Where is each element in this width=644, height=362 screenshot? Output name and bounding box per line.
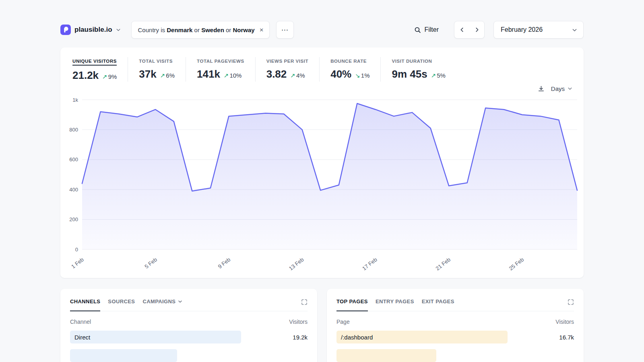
channels-tabs: CHANNELS SOURCES CAMPAIGNS bbox=[70, 298, 308, 311]
interval-label: Days bbox=[551, 85, 565, 92]
visitors-panel: UNIQUE VISITORS 21.2k ↗9% TOTAL VISITS 3… bbox=[60, 47, 584, 278]
svg-text:0: 0 bbox=[75, 247, 78, 253]
column-header-visitors: Visitors bbox=[289, 319, 308, 325]
prev-period-button[interactable] bbox=[454, 21, 469, 38]
metric-change: ↗4% bbox=[290, 72, 305, 79]
trend-up-icon: ↗ bbox=[102, 73, 107, 80]
chevron-down-icon bbox=[178, 299, 182, 304]
metric-value: 37k bbox=[139, 68, 156, 80]
metric-label: UNIQUE VISITORS bbox=[72, 59, 117, 66]
column-header-page: Page bbox=[336, 319, 350, 325]
row-bar bbox=[70, 349, 177, 362]
metric-unique-visitors[interactable]: UNIQUE VISITORS 21.2k ↗9% bbox=[72, 57, 128, 82]
pages-card: TOP PAGES ENTRY PAGES EXIT PAGES Page Vi… bbox=[327, 289, 584, 362]
svg-text:13 Feb: 13 Feb bbox=[288, 257, 305, 272]
fullscreen-icon bbox=[568, 299, 574, 305]
chevron-down-icon bbox=[568, 86, 572, 91]
filter-text: Country is bbox=[138, 27, 167, 33]
next-period-button[interactable] bbox=[469, 21, 484, 38]
svg-text:200: 200 bbox=[69, 216, 78, 222]
tab-top-pages[interactable]: TOP PAGES bbox=[336, 298, 368, 311]
metric-change: ↗6% bbox=[160, 72, 175, 79]
row-value: 16.7k bbox=[559, 334, 574, 341]
metric-views-per-visit[interactable]: VIEWS PER VISIT 3.82 ↗4% bbox=[255, 57, 319, 82]
metric-visit-duration[interactable]: VISIT DURATION 9m 45s ↗5% bbox=[380, 57, 456, 82]
filter-country-2: Sweden bbox=[201, 27, 224, 33]
visitors-chart: 02004006008001k1 Feb5 Feb9 Feb13 Feb17 F… bbox=[60, 94, 584, 276]
filter-country-3: Norway bbox=[233, 27, 255, 33]
table-row-partial[interactable] bbox=[336, 349, 574, 362]
channels-rows: Direct 19.2k bbox=[70, 331, 308, 362]
date-range-label: February 2026 bbox=[501, 26, 543, 33]
table-row[interactable]: /:dashboard 16.7k bbox=[336, 331, 574, 343]
row-bar bbox=[70, 331, 241, 343]
metric-bounce-rate[interactable]: BOUNCE RATE 40% ↘1% bbox=[319, 57, 380, 82]
column-header-channel: Channel bbox=[70, 319, 91, 325]
svg-text:1 Feb: 1 Feb bbox=[70, 257, 85, 270]
metric-total-visits[interactable]: TOTAL VISITS 37k ↗6% bbox=[128, 57, 186, 82]
fullscreen-icon bbox=[301, 299, 308, 305]
table-row-partial[interactable] bbox=[70, 349, 308, 362]
metric-change: ↗9% bbox=[102, 73, 117, 80]
active-filter-pill[interactable]: Country is Denmark or Sweden or Norway × bbox=[131, 21, 270, 39]
svg-text:21 Feb: 21 Feb bbox=[435, 257, 452, 272]
svg-text:600: 600 bbox=[69, 156, 78, 162]
row-value: 19.2k bbox=[293, 334, 308, 341]
tab-sources[interactable]: SOURCES bbox=[108, 298, 135, 311]
site-picker[interactable]: plausible.io bbox=[60, 25, 121, 35]
expand-report-button[interactable] bbox=[568, 298, 574, 305]
date-nav bbox=[454, 21, 485, 39]
svg-text:5 Feb: 5 Feb bbox=[144, 257, 158, 270]
filter-joiner-1: or bbox=[192, 27, 201, 33]
trend-up-icon: ↗ bbox=[290, 72, 295, 79]
tab-campaigns[interactable]: CAMPAIGNS bbox=[142, 298, 182, 311]
metric-value: 9m 45s bbox=[392, 68, 427, 80]
download-icon bbox=[538, 85, 545, 92]
svg-text:17 Feb: 17 Feb bbox=[361, 257, 378, 272]
metric-label: TOTAL PAGEVIEWS bbox=[197, 59, 244, 64]
metric-label: VIEWS PER VISIT bbox=[266, 59, 308, 64]
trend-up-icon: ↗ bbox=[431, 72, 436, 79]
svg-text:1k: 1k bbox=[72, 97, 78, 103]
trend-down-icon: ↘ bbox=[355, 72, 360, 79]
pages-table-header: Page Visitors bbox=[336, 319, 574, 325]
metric-change: ↘1% bbox=[355, 72, 369, 79]
trend-up-icon: ↗ bbox=[160, 72, 165, 79]
filter-button-label: Filter bbox=[424, 26, 439, 33]
chevron-right-icon bbox=[474, 27, 480, 33]
filter-country-1: Denmark bbox=[167, 27, 192, 33]
table-row[interactable]: Direct 19.2k bbox=[70, 331, 308, 343]
remove-filter-button[interactable]: × bbox=[260, 27, 264, 33]
chevron-left-icon bbox=[459, 27, 465, 33]
expand-report-button[interactable] bbox=[301, 298, 308, 305]
reports-row: CHANNELS SOURCES CAMPAIGNS Channel Visit… bbox=[60, 289, 584, 362]
plausible-logo-icon bbox=[60, 25, 71, 35]
tab-exit-pages[interactable]: EXIT PAGES bbox=[422, 298, 454, 311]
metric-total-pageviews[interactable]: TOTAL PAGEVIEWS 141k ↗10% bbox=[186, 57, 255, 82]
export-button[interactable] bbox=[538, 85, 545, 92]
area-chart: 02004006008001k1 Feb5 Feb9 Feb13 Feb17 F… bbox=[64, 95, 580, 276]
more-options-button[interactable]: ⋯ bbox=[276, 21, 294, 39]
filter-button[interactable]: Filter bbox=[414, 26, 439, 33]
row-label[interactable]: Direct bbox=[70, 334, 90, 341]
dashboard-page: plausible.io Country is Denmark or Swede… bbox=[60, 0, 584, 362]
tab-channels[interactable]: CHANNELS bbox=[70, 298, 100, 311]
date-range-picker[interactable]: February 2026 bbox=[493, 21, 584, 39]
metric-label: VISIT DURATION bbox=[392, 59, 432, 64]
channels-table-header: Channel Visitors bbox=[70, 319, 308, 325]
metric-value: 3.82 bbox=[266, 68, 287, 80]
row-bar bbox=[336, 349, 436, 362]
metric-label: TOTAL VISITS bbox=[139, 59, 173, 64]
search-icon bbox=[414, 27, 421, 33]
tab-entry-pages[interactable]: ENTRY PAGES bbox=[376, 298, 414, 311]
metric-value: 141k bbox=[197, 68, 220, 80]
site-name: plausible.io bbox=[74, 26, 112, 34]
metric-change: ↗5% bbox=[431, 72, 446, 79]
svg-text:25 Feb: 25 Feb bbox=[508, 257, 525, 272]
row-label[interactable]: /:dashboard bbox=[336, 334, 373, 341]
pages-rows: /:dashboard 16.7k bbox=[336, 331, 574, 362]
svg-text:800: 800 bbox=[69, 127, 78, 133]
pages-tabs: TOP PAGES ENTRY PAGES EXIT PAGES bbox=[336, 298, 574, 311]
interval-picker[interactable]: Days bbox=[551, 85, 572, 92]
metric-value: 40% bbox=[330, 68, 351, 80]
